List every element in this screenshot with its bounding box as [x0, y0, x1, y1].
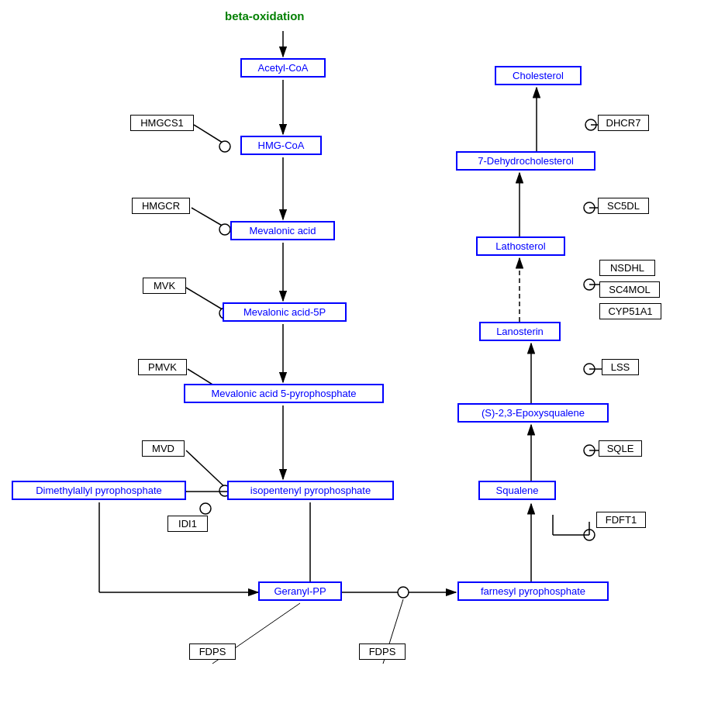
metabolite-epoxysqualene: (S)-2,3-Epoxysqualene — [457, 403, 609, 423]
enzyme-fdps2: FDPS — [359, 643, 406, 660]
enzyme-fdft1: FDFT1 — [596, 512, 646, 528]
metabolite-mevalonic-acid-5p: Mevalonic acid-5P — [223, 302, 347, 322]
enzyme-dhcr7: DHCR7 — [598, 115, 649, 131]
enzyme-hmgcs1: HMGCS1 — [130, 115, 194, 131]
svg-point-9 — [219, 141, 230, 152]
enzyme-sqle: SQLE — [599, 440, 642, 457]
pathway-diagram: beta-oxidation Acetyl-CoA HMG-CoA Mevalo… — [0, 0, 718, 728]
metabolite-isopentenyl-pp: isopentenyl pyrophosphate — [227, 481, 394, 500]
svg-point-48 — [585, 119, 596, 130]
svg-point-36 — [584, 445, 595, 456]
svg-point-19 — [200, 503, 211, 514]
enzyme-hmgcr: HMGCR — [132, 198, 190, 214]
svg-line-10 — [192, 208, 229, 229]
svg-line-16 — [186, 450, 229, 491]
enzyme-pmvk: PMVK — [138, 359, 187, 375]
svg-point-39 — [584, 364, 595, 374]
metabolite-7-dehydrocholesterol: 7-Dehydrocholesterol — [456, 151, 595, 171]
metabolite-hmg-coa: HMG-CoA — [240, 136, 322, 155]
metabolite-farnesyl-pp: farnesyl pyrophosphate — [457, 581, 609, 601]
metabolite-geranyl-pp: Geranyl-PP — [258, 581, 342, 601]
svg-point-42 — [584, 279, 595, 290]
svg-point-27 — [398, 587, 409, 598]
enzyme-cyp51a1: CYP51A1 — [599, 303, 661, 319]
metabolite-acetyl-coa: Acetyl-CoA — [240, 58, 326, 78]
metabolite-cholesterol: Cholesterol — [495, 66, 582, 85]
enzyme-fdps1: FDPS — [189, 643, 236, 660]
metabolite-mevalonic-acid: Mevalonic acid — [230, 221, 335, 240]
enzyme-mvk: MVK — [143, 278, 186, 294]
enzyme-idi1: IDI1 — [167, 516, 208, 532]
svg-point-31 — [584, 530, 595, 540]
metabolite-lanosterin: Lanosterin — [479, 322, 561, 341]
enzyme-sc4mol: SC4MOL — [599, 281, 660, 298]
enzyme-lss: LSS — [602, 359, 639, 375]
enzyme-sc5dl: SC5DL — [598, 198, 649, 214]
svg-line-8 — [194, 125, 229, 147]
svg-point-11 — [219, 224, 230, 235]
svg-point-45 — [584, 202, 595, 213]
enzyme-nsdhl: NSDHL — [599, 260, 655, 276]
metabolite-mevalonic-acid-5pp: Mevalonic acid 5-pyrophosphate — [184, 384, 384, 403]
metabolite-squalene: Squalene — [478, 481, 556, 500]
pathway-title: beta-oxidation — [225, 9, 305, 22]
enzyme-mvd: MVD — [142, 440, 185, 457]
metabolite-lathosterol: Lathosterol — [476, 236, 565, 256]
metabolite-dimethylallyl-pp: Dimethylallyl pyrophosphate — [12, 481, 186, 500]
